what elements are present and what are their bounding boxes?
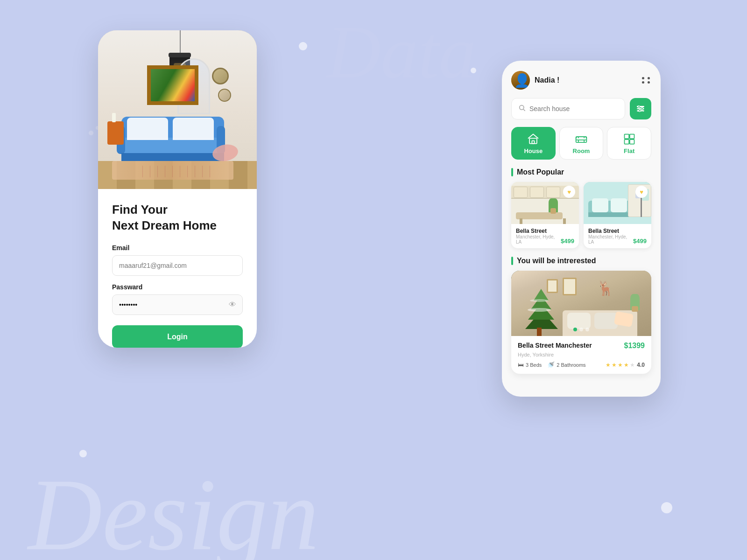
svg-rect-18 xyxy=(624,134,629,139)
svg-rect-14 xyxy=(532,140,535,143)
popular-card-2-location: Manchester, Hyde, LA xyxy=(588,234,633,245)
flat-icon xyxy=(623,133,636,146)
svg-rect-21 xyxy=(630,139,634,144)
svg-line-1 xyxy=(523,109,525,111)
left-phone-content: Find Your Next Dream Home Email Passward… xyxy=(98,189,257,348)
dot-m4 xyxy=(648,81,650,84)
dot-m1 xyxy=(642,77,644,79)
dot-ind-3 xyxy=(585,328,589,331)
dot-6 xyxy=(89,131,93,135)
beds-count: 3 Beds xyxy=(526,362,542,368)
dot-4 xyxy=(79,450,87,457)
popular-card-2-price: $499 xyxy=(633,238,647,245)
star-3: ★ xyxy=(618,362,623,368)
star-5: ★ xyxy=(630,362,635,368)
interest-card-image: 🦌 xyxy=(511,271,651,336)
filter-button[interactable] xyxy=(630,98,651,119)
baths-count: 2 Bathrooms xyxy=(557,362,585,368)
bg-decoration: Design xyxy=(28,456,319,560)
heart-badge-2[interactable]: ♥ xyxy=(635,186,648,198)
svg-point-0 xyxy=(520,105,524,110)
popular-card-1[interactable]: ♥ Bella Street Manchester, Hyde, LA $499 xyxy=(511,182,579,248)
bg-decoration-right: Data xyxy=(327,9,476,96)
app-header: Nadia ! xyxy=(511,71,651,90)
interest-card-price: $1399 xyxy=(624,342,645,350)
star-2: ★ xyxy=(612,362,617,368)
heart-badge-1[interactable]: ♥ xyxy=(563,186,575,198)
dot-ind-2 xyxy=(579,328,583,331)
svg-point-11 xyxy=(641,108,643,110)
email-label: Email xyxy=(112,244,243,252)
popular-card-2[interactable]: ♥ Bella Street Manchester, Hyde, LA $499 xyxy=(584,182,651,248)
interest-card-name: Bella Street Manchester xyxy=(518,342,592,349)
menu-button[interactable] xyxy=(642,77,651,84)
category-tabs: House Room xyxy=(511,127,651,160)
main-title: Find Your Next Dream Home xyxy=(112,202,243,234)
dot-m3 xyxy=(642,81,644,84)
search-input[interactable] xyxy=(529,105,618,112)
room-image xyxy=(98,30,257,189)
interest-card-location: Hyde, Yorkshire xyxy=(518,352,645,357)
password-label: Passward xyxy=(112,283,243,291)
svg-rect-20 xyxy=(624,139,629,144)
svg-rect-19 xyxy=(630,134,634,139)
dot-5 xyxy=(661,502,672,513)
dot-ind-1 xyxy=(573,328,577,331)
star-1: ★ xyxy=(606,362,611,368)
bath-icon: 🚿 xyxy=(547,361,555,368)
right-phone: Nadia ! xyxy=(502,61,661,397)
house-icon xyxy=(527,133,540,146)
most-popular-title: Most Popular xyxy=(511,168,651,176)
dot-m2 xyxy=(648,77,650,79)
dot-2 xyxy=(471,68,476,73)
login-button[interactable]: Login xyxy=(112,325,243,348)
rating-number: 4.0 xyxy=(637,362,645,368)
svg-point-12 xyxy=(639,110,641,112)
left-phone: Find Your Next Dream Home Email Passward… xyxy=(98,30,257,348)
eye-icon[interactable]: 👁 xyxy=(229,301,236,309)
beds-amenity: 🛏 3 Beds xyxy=(518,361,542,368)
avatar xyxy=(511,71,530,90)
search-bar xyxy=(511,98,651,119)
popular-card-1-image: ♥ xyxy=(511,182,579,224)
tab-flat-label: Flat xyxy=(624,147,634,154)
baths-amenity: 🚿 2 Bathrooms xyxy=(547,361,585,368)
user-name: Nadia ! xyxy=(535,76,559,84)
interest-card-info: Bella Street Manchester $1399 Hyde, York… xyxy=(511,336,651,374)
tab-house[interactable]: House xyxy=(511,127,556,160)
interested-title: You will be intrerested xyxy=(511,257,651,265)
popular-card-2-name: Bella Street xyxy=(588,228,633,234)
tab-house-label: House xyxy=(524,147,543,154)
stars: ★ ★ ★ ★ ★ xyxy=(606,362,635,368)
search-input-wrapper[interactable] xyxy=(511,98,625,119)
password-input[interactable] xyxy=(112,294,243,315)
svg-point-10 xyxy=(638,106,640,108)
amenities: 🛏 3 Beds 🚿 2 Bathrooms xyxy=(518,361,586,368)
dot-1 xyxy=(299,42,307,50)
room-icon xyxy=(575,133,588,146)
popular-card-1-location: Manchester, Hyde, LA xyxy=(516,234,561,245)
interest-card[interactable]: 🦌 Bella Street Manchester xyxy=(511,271,651,374)
filter-sliders-icon xyxy=(636,104,645,113)
popular-card-1-price: $499 xyxy=(561,238,574,245)
search-icon xyxy=(518,104,526,113)
tab-room[interactable]: Room xyxy=(559,127,604,160)
tab-room-label: Room xyxy=(573,147,590,154)
bed-icon: 🛏 xyxy=(518,361,524,368)
popular-cards: ♥ Bella Street Manchester, Hyde, LA $499 xyxy=(511,182,651,248)
popular-card-1-name: Bella Street xyxy=(516,228,561,234)
card-dots-indicator xyxy=(573,328,589,331)
popular-card-2-image: ♥ xyxy=(584,182,651,224)
tab-flat[interactable]: Flat xyxy=(607,127,651,160)
user-info: Nadia ! xyxy=(511,71,559,90)
rating: ★ ★ ★ ★ ★ 4.0 xyxy=(606,362,645,368)
email-input[interactable] xyxy=(112,255,243,276)
star-4: ★ xyxy=(624,362,629,368)
